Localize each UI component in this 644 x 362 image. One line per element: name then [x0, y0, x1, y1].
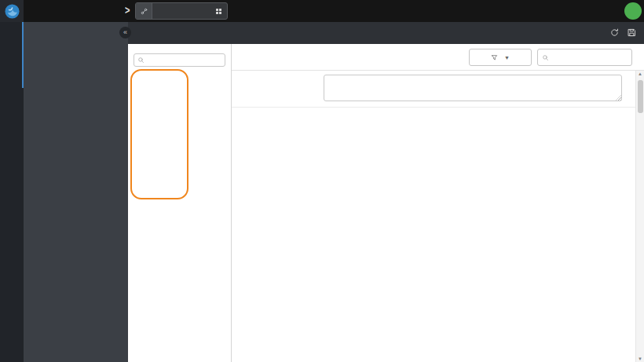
save-icon[interactable] — [627, 27, 637, 38]
scroll-up-icon[interactable]: ▲ — [636, 71, 644, 76]
app-logo[interactable] — [0, 0, 24, 22]
api-endpoints-list — [232, 108, 635, 112]
collapse-panel-icon[interactable]: « — [119, 27, 131, 38]
project-name — [31, 0, 35, 22]
breadcrumb-actions — [609, 27, 637, 38]
method-search[interactable] — [537, 49, 632, 66]
endpoints-search[interactable] — [134, 53, 225, 67]
api-detail-header: ▼ — [232, 44, 644, 71]
wavemaker-studio-window: > « — [0, 0, 644, 362]
top-bar: > — [0, 0, 644, 22]
search-icon — [542, 54, 549, 61]
refresh-icon[interactable] — [609, 27, 620, 38]
annotation-ring-endpoints — [130, 69, 188, 199]
tab-apis[interactable] — [135, 2, 228, 20]
endpoints-search-input[interactable] — [147, 55, 221, 65]
rail-items-top — [0, 22, 24, 28]
scrollbar-thumb[interactable] — [638, 80, 643, 113]
endpoints-title — [128, 44, 231, 53]
filter-icon — [491, 54, 498, 61]
grid-icon[interactable] — [214, 7, 223, 16]
methods-filter-dropdown[interactable]: ▼ — [469, 49, 532, 66]
core-apis-panel — [24, 22, 128, 362]
chevron-right-icon: > — [125, 4, 130, 16]
core-apis-title — [24, 22, 128, 42]
scroll-down-icon[interactable]: ▼ — [636, 357, 644, 361]
vertical-scrollbar[interactable]: ▲ ▼ — [635, 71, 644, 362]
endpoints-panel — [128, 44, 232, 362]
description-textarea[interactable] — [324, 75, 622, 101]
api-detail-body — [232, 71, 635, 362]
avatar[interactable] — [624, 2, 642, 20]
rail-scrollbar[interactable] — [22, 22, 24, 88]
left-rail — [0, 22, 24, 362]
chevron-down-icon: ▼ — [504, 55, 510, 60]
description-section — [232, 71, 635, 108]
method-search-input[interactable] — [551, 53, 628, 62]
api-icon — [136, 3, 152, 19]
breadcrumb-bar — [128, 22, 644, 44]
search-icon — [137, 57, 145, 64]
api-detail-panel: ▼ ▲ ▼ — [232, 44, 644, 362]
